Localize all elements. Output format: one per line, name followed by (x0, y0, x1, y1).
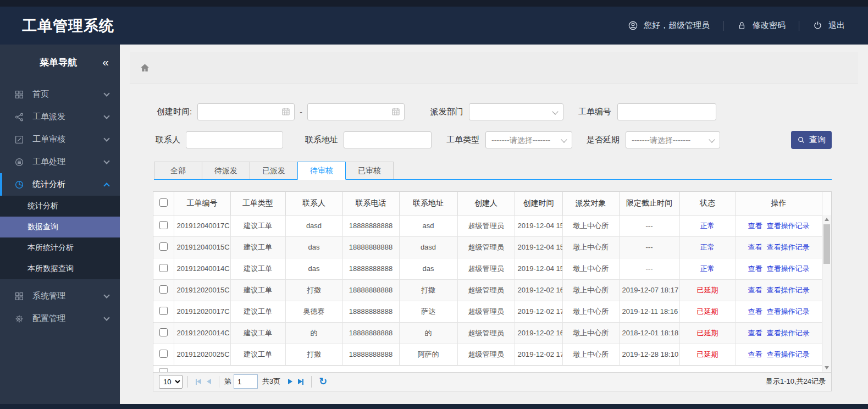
cell-status: 已延期 (679, 322, 736, 344)
delay-select[interactable]: -------请选择------- (626, 131, 720, 148)
submenu-item-local-data-query[interactable]: 本所数据查询 (0, 258, 120, 279)
logout-link[interactable]: 退出 (812, 20, 845, 31)
total-pages-label: 共3页 (262, 377, 280, 386)
change-password-link[interactable]: 修改密码 (737, 20, 786, 31)
search-button[interactable]: 查询 (791, 131, 832, 149)
row-checkbox[interactable] (159, 350, 168, 358)
cell-actions: 查看查看操作记录 (736, 258, 822, 279)
sidebar-item-process[interactable]: 工单处理 (0, 151, 120, 173)
start-date-input[interactable] (197, 103, 295, 120)
tab-pending-review[interactable]: 待审核 (297, 162, 346, 180)
select-all-checkbox[interactable] (159, 198, 168, 207)
row-checkbox[interactable] (159, 242, 168, 251)
pagination-bar: 10 第 共3页 ↻ 显示1-10,共24记录 (153, 372, 831, 391)
chevron-down-icon (103, 158, 109, 164)
order-no-label: 工单编号 (578, 107, 611, 117)
order-type-select[interactable]: -------请选择------- (485, 131, 572, 148)
view-link[interactable]: 查看 (748, 307, 762, 316)
page-number-input[interactable] (234, 374, 258, 389)
view-log-link[interactable]: 查看操作记录 (767, 243, 810, 251)
cell-address: 萨达 (399, 301, 457, 322)
cell-created: 2019-12-04 15 (515, 215, 562, 236)
prev-page-button[interactable] (207, 379, 211, 384)
cell-order-no: 201912040014C (174, 258, 230, 279)
user-greeting[interactable]: 您好，超级管理员 (628, 20, 710, 31)
view-log-link[interactable]: 查看操作记录 (767, 350, 810, 358)
view-link[interactable]: 查看 (748, 264, 762, 273)
chevron-down-icon (103, 90, 109, 96)
first-page-button[interactable] (196, 379, 201, 385)
cell-actions: 查看查看操作记录 (736, 322, 822, 344)
scroll-down-button[interactable] (822, 363, 831, 372)
view-log-link[interactable]: 查看操作记录 (767, 307, 810, 316)
view-link[interactable]: 查看 (748, 350, 762, 358)
scroll-up-button[interactable] (822, 215, 831, 223)
row-checkbox[interactable] (159, 285, 168, 294)
calendar-icon[interactable] (391, 107, 401, 117)
delay-label: 是否延期 (587, 135, 620, 145)
submenu-item-data-query[interactable]: 数据查询 (0, 217, 120, 237)
cell-contact: 打撒 (285, 344, 342, 365)
tab-pending-dispatch[interactable]: 待派发 (202, 162, 250, 179)
view-log-link[interactable]: 查看操作记录 (767, 222, 810, 230)
submenu-item-statistics[interactable]: 统计分析 (0, 196, 120, 217)
collapse-sidebar-button[interactable]: « (102, 56, 120, 69)
view-log-link[interactable]: 查看操作记录 (767, 286, 810, 294)
address-input[interactable] (344, 131, 432, 148)
sidebar-header: 菜单导航 « (0, 45, 120, 80)
statistics-submenu: 统计分析 数据查询 本所统计分析 本所数据查询 (0, 196, 120, 279)
sidebar-item-dispatch[interactable]: 工单派发 (0, 106, 120, 128)
sidebar-item-statistics[interactable]: 统计分析 (0, 173, 120, 196)
order-no-input[interactable] (617, 103, 716, 120)
scroll-thumb[interactable] (823, 224, 830, 264)
end-date-input[interactable] (307, 103, 405, 120)
dispatch-dept-select[interactable] (469, 103, 563, 120)
sidebar-item-review[interactable]: 工单审核 (0, 128, 120, 151)
view-log-link[interactable]: 查看操作记录 (767, 329, 810, 337)
next-page-button[interactable] (288, 379, 292, 384)
record-summary: 显示1-10,共24记录 (766, 377, 826, 386)
cell-creator: 超级管理员 (457, 322, 515, 344)
sidebar-item-label: 工单处理 (32, 157, 65, 167)
sidebar-item-system[interactable]: 系统管理 (0, 285, 120, 307)
row-checkbox[interactable] (159, 221, 168, 229)
col-order-no: 工单编号 (174, 192, 230, 215)
sidebar-item-home[interactable]: 首页 (0, 83, 120, 106)
status-badge: 已延期 (697, 329, 718, 337)
tab-all[interactable]: 全部 (154, 162, 202, 179)
row-checkbox[interactable] (159, 264, 168, 272)
cell-phone: 18888888888 (342, 344, 399, 365)
cell-order-type: 建议工单 (230, 344, 285, 365)
lock-icon (737, 20, 747, 31)
sidebar-item-config[interactable]: 配置管理 (0, 307, 120, 330)
table-scrollbar[interactable] (822, 215, 831, 372)
calendar-icon[interactable] (281, 107, 291, 117)
cell-actions: 查看查看操作记录 (736, 215, 822, 236)
view-link[interactable]: 查看 (748, 222, 762, 230)
view-log-link[interactable]: 查看操作记录 (767, 264, 810, 273)
search-button-label: 查询 (809, 135, 826, 145)
cell-checkbox (153, 344, 174, 365)
contact-input[interactable] (186, 131, 283, 148)
status-badge: 正常 (700, 243, 715, 251)
create-time-label: 创建时间: (157, 107, 192, 117)
cell-created: 2019-12-02 17 (515, 301, 562, 322)
last-page-button[interactable] (298, 379, 303, 385)
view-link[interactable]: 查看 (748, 329, 762, 337)
cell-order-no: 201912020015C (174, 279, 230, 301)
refresh-button[interactable]: ↻ (319, 375, 327, 388)
tab-reviewed[interactable]: 已审核 (345, 162, 394, 179)
col-scrollbar-spacer (822, 192, 831, 215)
row-checkbox[interactable] (159, 328, 168, 336)
page-size-select[interactable]: 10 (159, 375, 183, 389)
home-icon[interactable] (139, 62, 151, 74)
row-checkbox[interactable] (159, 307, 168, 315)
cell-order-type: 建议工单 (230, 236, 285, 258)
cell-target: 墩上中心所 (562, 344, 619, 365)
cell-actions: 查看查看操作记录 (736, 301, 822, 322)
view-link[interactable]: 查看 (748, 243, 762, 251)
cell-contact: dasd (285, 215, 342, 236)
tab-dispatched[interactable]: 已派发 (250, 162, 298, 179)
view-link[interactable]: 查看 (748, 286, 762, 294)
submenu-item-local-statistics[interactable]: 本所统计分析 (0, 237, 120, 258)
